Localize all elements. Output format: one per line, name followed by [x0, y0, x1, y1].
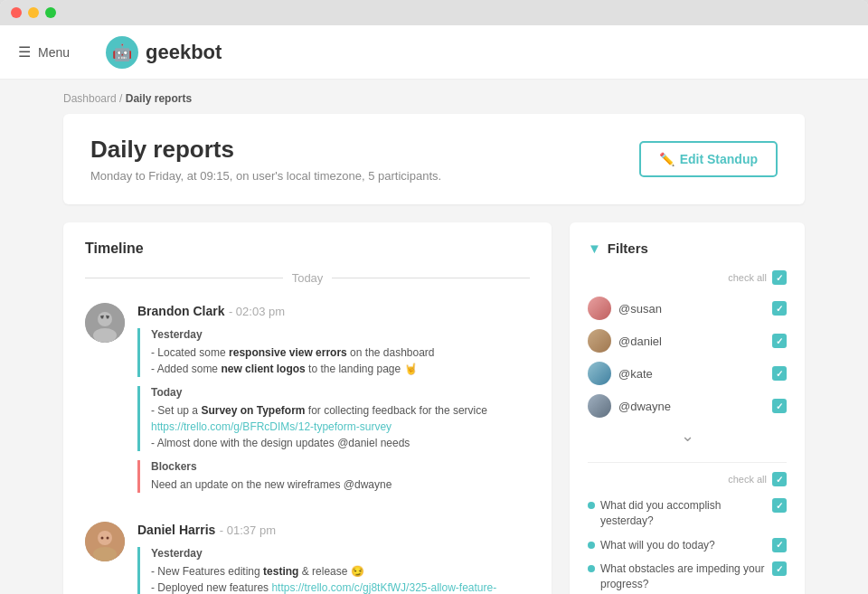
- avatar-daniel: [85, 522, 125, 561]
- question-text-3: What obstacles are impeding your progres…: [600, 561, 765, 592]
- checkbox-q2[interactable]: [772, 538, 787, 552]
- app-window: ☰ Menu 🤖 geekbot Dashboard / Daily repor…: [0, 0, 868, 594]
- filters-title-text: Filters: [608, 240, 648, 256]
- section-label-blockers: Blockers: [151, 460, 530, 473]
- section-text-today-brandon: - Set up a Survey on Typeform for collec…: [151, 402, 530, 451]
- edit-standup-button[interactable]: ✏️ Edit Standup: [639, 141, 778, 177]
- report-time-daniel: - 01:37 pm: [220, 523, 276, 537]
- svg-point-10: [101, 537, 104, 540]
- today-label: Today: [292, 271, 324, 285]
- navbar: ☰ Menu 🤖 geekbot: [0, 25, 868, 80]
- logo-icon: 🤖: [106, 36, 138, 69]
- section-label-yesterday: Yesterday: [151, 328, 530, 341]
- avatar-kate: [588, 362, 611, 385]
- section-text-blockers-brandon: Need an update on the new wireframes @dw…: [151, 476, 530, 493]
- section-label-yesterday-daniel: Yesterday: [151, 547, 530, 560]
- divider-line-right: [332, 278, 530, 278]
- page-header-text: Daily reports Monday to Friday, at 09:15…: [90, 136, 441, 183]
- username-daniel: @daniel: [618, 335, 662, 348]
- report-body-daniel: Daniel Harris - 01:37 pm Yesterday - New…: [137, 522, 530, 594]
- username-susan: @susan: [618, 302, 662, 316]
- question-left-1: What did you accomplish yesterday?: [588, 498, 765, 529]
- checkbox-q1[interactable]: [772, 498, 787, 513]
- check-all-row-questions: check all: [588, 472, 787, 486]
- page-header: Daily reports Monday to Friday, at 09:15…: [63, 114, 805, 204]
- q-dot-2: [588, 542, 595, 549]
- filter-user-susan: @susan: [588, 292, 787, 325]
- avatar-daniel-filter: [588, 329, 611, 353]
- question-row-1: What did you accomplish yesterday?: [588, 494, 787, 533]
- minimize-dot[interactable]: [28, 7, 39, 18]
- filter-user-left-kate: @kate: [588, 362, 653, 385]
- page-content: Dashboard / Daily reports Daily reports …: [0, 80, 868, 594]
- question-row-2: What will you do today?: [588, 533, 787, 558]
- avatar-brandon: [85, 303, 125, 343]
- menu-label: Menu: [38, 45, 70, 60]
- report-name-daniel: Daniel Harris: [137, 523, 215, 537]
- section-text-yesterday-brandon: - Located some responsive view errors on…: [151, 344, 530, 377]
- menu-button[interactable]: ☰ Menu: [18, 43, 70, 61]
- hamburger-icon: ☰: [18, 43, 31, 61]
- report-entry-brandon: Brandon Clark - 02:03 pm Yesterday - Loc…: [85, 303, 530, 500]
- breadcrumb-current: Daily reports: [126, 92, 192, 105]
- logo-text: geekbot: [146, 41, 222, 64]
- filter-user-daniel: @daniel: [588, 325, 787, 357]
- checkbox-dwayne[interactable]: [772, 399, 787, 413]
- avatar-susan: [588, 297, 611, 320]
- today-divider: Today: [85, 271, 530, 285]
- edit-standup-label: Edit Standup: [680, 152, 758, 166]
- username-dwayne: @dwayne: [618, 400, 671, 413]
- filter-divider: [588, 462, 787, 463]
- page-title: Daily reports: [90, 136, 441, 164]
- avatar-dwayne: [588, 394, 611, 418]
- titlebar: [0, 0, 868, 25]
- q-dot-3: [588, 565, 595, 572]
- checkbox-susan[interactable]: [772, 301, 787, 316]
- filters-title: ▼ Filters: [588, 240, 787, 256]
- filter-user-kate: @kate: [588, 357, 787, 390]
- breadcrumb-separator: /: [117, 92, 126, 105]
- trello-link-2[interactable]: https://trello.com/c/gj8tKfWJ/325-allow-…: [151, 581, 496, 594]
- section-yesterday-brandon: Yesterday - Located some responsive view…: [137, 328, 530, 377]
- trello-link-1[interactable]: https://trello.com/g/BFRcDIMs/12-typefor…: [151, 420, 392, 433]
- main-grid: Timeline Today: [63, 222, 805, 594]
- expand-users-chevron[interactable]: ⌄: [588, 422, 787, 453]
- report-body-brandon: Brandon Clark - 02:03 pm Yesterday - Loc…: [137, 303, 530, 500]
- section-label-today: Today: [151, 386, 530, 399]
- timeline-panel: Timeline Today: [63, 222, 552, 594]
- report-name-brandon: Brandon Clark: [137, 304, 224, 318]
- username-kate: @kate: [618, 367, 653, 381]
- maximize-dot[interactable]: [45, 7, 56, 18]
- svg-point-9: [93, 547, 117, 561]
- svg-point-11: [107, 537, 109, 540]
- close-dot[interactable]: [11, 7, 22, 18]
- check-all-users-checkbox[interactable]: [772, 270, 787, 285]
- svg-point-8: [98, 531, 112, 545]
- filters-panel: ▼ Filters check all @susan: [570, 222, 805, 594]
- check-all-label: check all: [728, 272, 767, 283]
- report-time-brandon: - 02:03 pm: [229, 305, 285, 318]
- svg-point-2: [93, 328, 117, 343]
- pencil-icon: ✏️: [659, 152, 675, 166]
- checkbox-kate[interactable]: [772, 366, 787, 381]
- filter-user-left-dwayne: @dwayne: [588, 394, 671, 418]
- filter-icon: ▼: [588, 240, 601, 256]
- checkbox-daniel[interactable]: [772, 334, 787, 348]
- section-today-brandon: Today - Set up a Survey on Typeform for …: [137, 386, 530, 451]
- breadcrumb-parent[interactable]: Dashboard: [63, 92, 117, 105]
- timeline-title: Timeline: [85, 240, 530, 257]
- checkbox-q3[interactable]: [772, 561, 787, 576]
- section-yesterday-daniel: Yesterday - New Features editing testing…: [137, 547, 530, 594]
- question-left-2: What will you do today?: [588, 538, 765, 553]
- check-all-row-users: check all: [588, 270, 787, 285]
- logo-area: 🤖 geekbot: [106, 36, 222, 69]
- question-left-3: What obstacles are impeding your progres…: [588, 561, 765, 592]
- page-subtitle: Monday to Friday, at 09:15, on user's lo…: [90, 169, 441, 183]
- check-all-questions-checkbox[interactable]: [772, 472, 787, 486]
- question-text-1: What did you accomplish yesterday?: [600, 498, 765, 529]
- report-entry-daniel: Daniel Harris - 01:37 pm Yesterday - New…: [85, 522, 530, 594]
- filter-user-left-susan: @susan: [588, 297, 662, 320]
- divider-line-left: [85, 278, 283, 278]
- svg-point-1: [98, 312, 112, 326]
- question-text-2: What will you do today?: [600, 538, 715, 553]
